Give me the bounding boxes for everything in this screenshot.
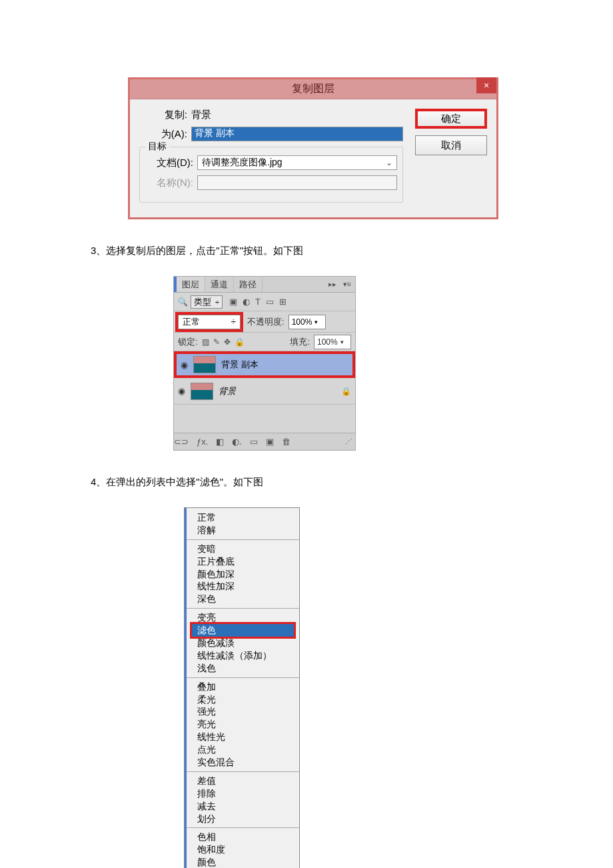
blend-item[interactable]: 叠加: [192, 681, 294, 693]
lock-all-icon[interactable]: 🔒: [235, 337, 245, 347]
blend-item[interactable]: 减去: [192, 800, 294, 813]
panel-menu-icon[interactable]: ▾≡: [343, 280, 351, 289]
blend-mode-dropdown[interactable]: 正常 溶解 变暗 正片叠底 颜色加深 线性加深 深色 变亮 滤色 颜色减淡 线性…: [184, 507, 300, 868]
blend-item[interactable]: 深色: [192, 593, 294, 605]
dialog-title: 复制图层: [292, 82, 334, 96]
document-label: 文档(D):: [145, 157, 193, 169]
lock-position-icon[interactable]: ✥: [224, 337, 231, 347]
cancel-button[interactable]: 取消: [415, 135, 487, 155]
target-label: 目标: [145, 141, 169, 153]
tab-channels[interactable]: 通道: [205, 277, 234, 292]
filter-smart-icon[interactable]: ⊞: [279, 297, 287, 307]
visibility-eye-icon[interactable]: ◉: [181, 360, 188, 370]
document-value: 待调整亮度图像.jpg: [202, 157, 283, 169]
tab-paths[interactable]: 路径: [234, 277, 263, 292]
layer-item-selected[interactable]: ◉ 背景 副本: [174, 351, 355, 378]
filter-text-icon[interactable]: T: [255, 297, 261, 307]
chevron-down-icon: ⌄: [386, 158, 392, 167]
target-fieldset: 目标 文档(D): 待调整亮度图像.jpg ⌄ 名称(N):: [139, 147, 403, 203]
trash-icon[interactable]: 🗑: [282, 437, 291, 447]
lock-transparency-icon[interactable]: ▨: [202, 337, 209, 347]
blend-item[interactable]: 正片叠底: [192, 555, 294, 568]
blend-item[interactable]: 实色混合: [192, 756, 294, 769]
mask-icon[interactable]: ◧: [216, 437, 224, 447]
copy-label: 复制:: [139, 109, 187, 121]
as-input[interactable]: 背景 副本: [191, 127, 403, 141]
blend-item[interactable]: 差值: [192, 775, 294, 787]
layer-name: 背景 副本: [221, 359, 348, 371]
filter-pixel-icon[interactable]: ▣: [229, 297, 237, 307]
document-select[interactable]: 待调整亮度图像.jpg ⌄: [197, 155, 397, 170]
visibility-eye-icon[interactable]: ◉: [178, 386, 185, 396]
close-icon[interactable]: ×: [476, 77, 496, 93]
layers-panel: 图层 通道 路径 ▸▸ ▾≡ 🔍 类型 ÷ ▣ ◐ T ▭ ⊞ 正常 ÷ 不透明…: [173, 276, 356, 451]
opacity-value: 100%: [292, 317, 312, 327]
filter-shape-icon[interactable]: ▭: [266, 297, 274, 307]
blend-item[interactable]: 亮光: [192, 718, 294, 731]
collapse-icon[interactable]: ▸▸: [328, 280, 336, 289]
blend-mode-select[interactable]: 正常 ÷: [178, 315, 241, 329]
folder-icon[interactable]: ▭: [250, 437, 258, 447]
search-icon: 🔍: [178, 297, 188, 307]
name-input: [197, 175, 397, 190]
fill-arrow-icon: ▾: [340, 339, 344, 345]
type-label: 类型: [194, 296, 211, 308]
adjustment-icon[interactable]: ◐.: [232, 437, 242, 447]
step-3-text: 3、选择复制后的图层，点击"正常"按钮。如下图: [91, 245, 613, 257]
blend-item[interactable]: 溶解: [192, 524, 294, 537]
blend-item[interactable]: 点光: [192, 743, 294, 756]
blend-item[interactable]: 排除: [192, 787, 294, 800]
layer-name: 背景: [219, 385, 336, 397]
blend-item[interactable]: 颜色加深: [192, 568, 294, 581]
lock-label: 锁定:: [178, 336, 198, 348]
blend-item[interactable]: 颜色减淡: [192, 637, 294, 649]
opacity-arrow-icon: ▾: [314, 319, 318, 325]
blend-item[interactable]: 变亮: [192, 611, 294, 624]
tab-layers[interactable]: 图层: [177, 277, 205, 292]
blend-item[interactable]: 线性光: [192, 731, 294, 743]
blend-item[interactable]: 划分: [192, 813, 294, 825]
updown-icon: ÷: [215, 298, 219, 306]
blend-item[interactable]: 线性加深: [192, 580, 294, 593]
fill-value: 100%: [317, 337, 338, 347]
blend-item[interactable]: 浅色: [192, 662, 294, 675]
opacity-label: 不透明度:: [247, 316, 285, 328]
new-layer-icon[interactable]: ▣: [266, 437, 274, 447]
step-4-text: 4、在弹出的列表中选择"滤色"。如下图: [91, 476, 613, 489]
blend-item[interactable]: 色相: [192, 831, 294, 843]
dialog-titlebar[interactable]: 复制图层 ×: [130, 79, 496, 99]
duplicate-layer-dialog: 复制图层 × 复制: 背景 为(A): 背景 副本 目标 文档(D): 待调整亮…: [128, 77, 498, 219]
filter-type-select[interactable]: 类型 ÷: [191, 295, 223, 309]
blend-item-selected[interactable]: 滤色: [192, 624, 294, 637]
opacity-input[interactable]: 100% ▾: [289, 315, 326, 329]
blend-item[interactable]: 柔光: [192, 693, 294, 706]
copy-value: 背景: [191, 109, 211, 121]
updown-icon: ÷: [231, 317, 236, 327]
blend-item[interactable]: 变暗: [192, 543, 294, 555]
layer-item[interactable]: ◉ 背景 🔒: [174, 378, 355, 405]
layer-thumbnail: [193, 356, 216, 373]
lock-icon: 🔒: [341, 387, 351, 396]
layers-footer: ⊂⊃ ƒx. ◧ ◐. ▭ ▣ 🗑 ⋰: [174, 433, 355, 450]
layer-thumbnail: [191, 383, 213, 400]
link-layers-icon[interactable]: ⊂⊃: [174, 437, 189, 447]
blend-item[interactable]: 强光: [192, 705, 294, 718]
filter-adjust-icon[interactable]: ◐: [243, 297, 250, 307]
ok-button[interactable]: 确定: [415, 109, 487, 129]
blend-item[interactable]: 饱和度: [192, 843, 294, 856]
name-label: 名称(N):: [145, 177, 193, 189]
as-label: 为(A):: [139, 128, 187, 141]
lock-pixels-icon[interactable]: ✎: [213, 337, 220, 347]
blend-mode-value: 正常: [183, 316, 200, 328]
blend-item[interactable]: 颜色: [192, 856, 294, 868]
blend-item[interactable]: 线性减淡（添加）: [192, 649, 294, 662]
resize-grip-icon: ⋰: [345, 437, 352, 446]
fill-label: 填充:: [290, 336, 310, 348]
fill-input[interactable]: 100% ▾: [314, 335, 351, 349]
blend-item[interactable]: 正常: [192, 511, 294, 524]
fx-icon[interactable]: ƒx.: [197, 437, 208, 447]
